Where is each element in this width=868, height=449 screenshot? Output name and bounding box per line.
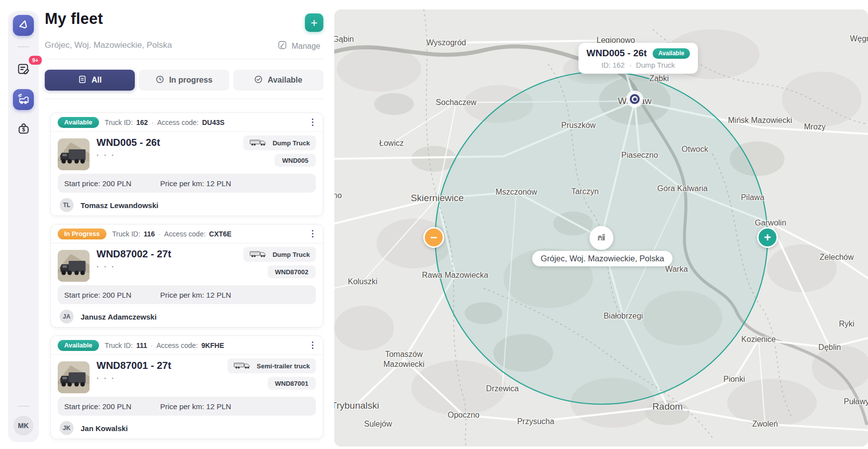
- truck-signal-icon: [17, 92, 30, 107]
- fleet-location: Grójec, Woj. Mazowieckie, Polska: [45, 40, 172, 50]
- tabs-divider: [45, 99, 323, 99]
- owner-avatar: TL: [60, 198, 74, 212]
- tooltip-truck-id: ID: 162: [601, 61, 625, 69]
- truck-card-list: Available Truck ID:162 · Access code:DU4…: [50, 112, 323, 447]
- truck-code-pill: WND87002: [268, 265, 316, 278]
- logo-icon: [17, 18, 29, 32]
- truck-card: Available Truck ID:111 · Access code:9KF…: [50, 336, 323, 439]
- truck-type-label: Semi-trailer truck: [257, 362, 310, 370]
- status-badge: In Progress: [58, 228, 106, 239]
- status-badge: Available: [58, 117, 99, 128]
- tooltip-truck-name: WND005 - 26t: [586, 48, 647, 59]
- owner-name: Janusz Adamczewski: [81, 313, 157, 321]
- tab-in-progress[interactable]: In progress: [139, 70, 229, 91]
- truck-type-icon: [233, 361, 252, 371]
- truck-type-pill: Dump Truck: [243, 247, 316, 262]
- notification-badge: 9+: [28, 55, 43, 66]
- check-circle-icon: [254, 75, 263, 86]
- tab-all[interactable]: All: [45, 70, 135, 91]
- building-icon: [596, 231, 607, 244]
- card-meta: Truck ID:111 · Access code:9KFHE: [105, 341, 224, 349]
- card-menu-button[interactable]: [309, 227, 316, 240]
- truck-type-pill: Dump Truck: [243, 135, 316, 150]
- fleet-base-marker[interactable]: [589, 226, 613, 250]
- card-header: In Progress Truck ID:116 · Access code:C…: [51, 224, 323, 243]
- tooltip-truck-type: Dump Truck: [636, 61, 675, 69]
- owner-avatar: JK: [60, 421, 74, 435]
- map[interactable]: GąbinWyszogródLegionowoWęgrówSochaczewZą…: [334, 9, 868, 447]
- owner-avatar: JA: [60, 310, 74, 324]
- truck-description-ellipsis: · · ·: [96, 262, 115, 271]
- status-tabs: All In progress Available: [45, 70, 323, 91]
- page-title: My fleet: [45, 10, 103, 28]
- fleet-panel: My fleet + Grójec, Woj. Mazowieckie, Pol…: [45, 0, 323, 449]
- owner-name: Tomasz Lewandowski: [81, 201, 158, 210]
- status-badge: Available: [58, 340, 99, 351]
- truck-name: WND87002 - 27t: [96, 248, 171, 260]
- truck-type-label: Dump Truck: [273, 139, 310, 147]
- sidebar-bottom-divider: [17, 406, 29, 407]
- truck-type-pill: Semi-trailer truck: [227, 358, 316, 373]
- price-bar: Start price: 200 PLN Price per km: 12 PL…: [58, 285, 316, 304]
- clock-icon: [156, 75, 164, 86]
- briefcase-dollar-icon: $: [17, 122, 30, 137]
- price-bar: Start price: 200 PLN Price per km: 12 PL…: [58, 174, 316, 193]
- tooltip-status-badge: Available: [653, 48, 689, 59]
- truck-type-icon: [249, 249, 268, 259]
- edit-pencil-icon: [278, 40, 287, 52]
- truck-card: In Progress Truck ID:116 · Access code:C…: [50, 224, 323, 328]
- user-avatar[interactable]: MK: [13, 416, 33, 436]
- truck-photo: [58, 138, 90, 170]
- owner-name: Jan Kowalski: [81, 424, 128, 433]
- card-meta: Truck ID:116 · Access code:CXT6E: [112, 230, 232, 238]
- sidebar-divider: [17, 46, 29, 47]
- owner-row: JK Jan Kowalski: [60, 421, 128, 436]
- truck-card: Available Truck ID:162 · Access code:DU4…: [50, 112, 323, 216]
- sidebar-item-fleet[interactable]: [13, 89, 34, 110]
- app-root: { "sidebar": { "notification_badge": "9+…: [0, 0, 868, 449]
- card-header: Available Truck ID:162 · Access code:DU4…: [51, 113, 323, 132]
- card-meta: Truck ID:162 · Access code:DU43S: [105, 118, 225, 126]
- edit-note-icon: [17, 62, 30, 77]
- owner-row: JA Janusz Adamczewski: [60, 309, 157, 324]
- radius-decrease-button[interactable]: −: [423, 227, 444, 248]
- card-header: Available Truck ID:111 · Access code:9KF…: [51, 336, 323, 355]
- truck-type-label: Dump Truck: [273, 251, 310, 258]
- truck-location-marker[interactable]: [626, 91, 643, 108]
- header-divider: [45, 59, 323, 59]
- truck-code-pill: WND87001: [268, 377, 316, 390]
- fleet-base-label: Grójec, Woj. Mazowieckie, Polska: [532, 251, 673, 266]
- app-logo[interactable]: [13, 15, 34, 36]
- truck-name: WND005 - 26t: [96, 137, 160, 148]
- truck-map-tooltip: WND005 - 26t Available ID: 162 · Dump Tr…: [579, 43, 698, 74]
- svg-text:$: $: [22, 126, 25, 132]
- sidebar: 9+ $ MK: [8, 11, 39, 442]
- card-menu-button[interactable]: [309, 116, 316, 129]
- truck-type-icon: [249, 138, 268, 148]
- truck-name: WND87001 - 27t: [96, 360, 171, 371]
- price-bar: Start price: 200 PLN Price per km: 12 PL…: [58, 397, 316, 416]
- truck-photo: [58, 250, 90, 282]
- tab-available[interactable]: Available: [233, 70, 323, 91]
- manage-button[interactable]: Manage: [275, 40, 323, 52]
- radius-increase-button[interactable]: +: [757, 227, 778, 248]
- truck-description-ellipsis: · · ·: [96, 374, 115, 382]
- list-doc-icon: [78, 75, 87, 86]
- card-menu-button[interactable]: [309, 339, 316, 352]
- truck-description-ellipsis: · · ·: [96, 151, 115, 159]
- truck-photo: [58, 361, 90, 393]
- add-truck-button[interactable]: +: [305, 13, 323, 32]
- sidebar-item-payments[interactable]: $: [13, 119, 34, 140]
- truck-code-pill: WND005: [275, 154, 316, 167]
- owner-row: TL Tomasz Lewandowski: [60, 198, 158, 213]
